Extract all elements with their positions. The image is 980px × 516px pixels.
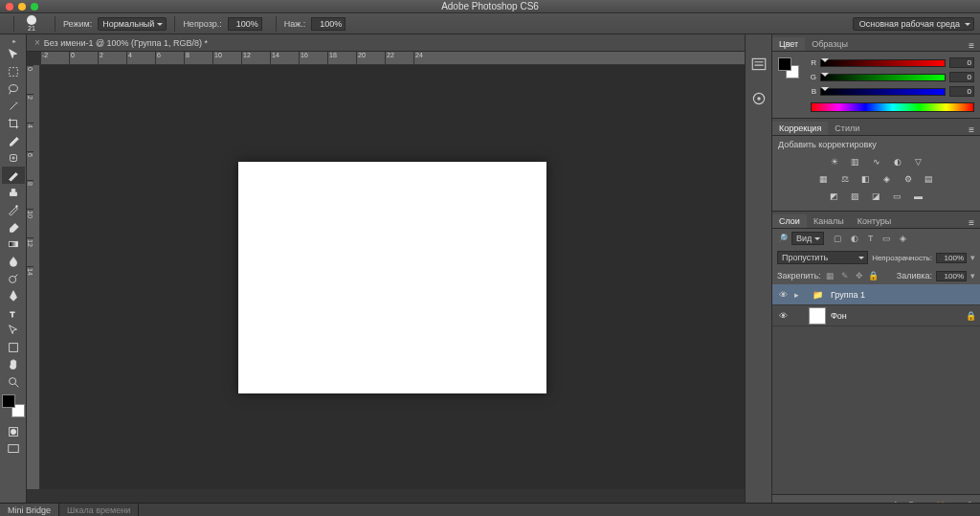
tab-color[interactable]: Цвет bbox=[772, 37, 805, 51]
tab-channels[interactable]: Каналы bbox=[807, 214, 851, 228]
brightness-icon[interactable]: ☀ bbox=[827, 155, 842, 168]
fill-dropdown-icon[interactable]: ▾ bbox=[970, 271, 975, 280]
filter-pixel-icon[interactable]: ▢ bbox=[832, 233, 844, 245]
crop-tool[interactable] bbox=[2, 115, 25, 132]
gradient-map-icon[interactable]: ▭ bbox=[890, 190, 905, 203]
canvas-viewport[interactable] bbox=[40, 65, 745, 489]
selective-color-icon[interactable]: ▬ bbox=[911, 190, 926, 203]
fill-value[interactable]: 100% bbox=[936, 271, 967, 281]
channel-mixer-icon[interactable]: ⚙ bbox=[901, 172, 916, 186]
b-slider[interactable] bbox=[820, 88, 946, 96]
color-swatches[interactable] bbox=[2, 394, 25, 417]
healing-tool[interactable] bbox=[2, 149, 25, 167]
blur-tool[interactable] bbox=[2, 253, 25, 270]
lock-all-icon[interactable]: 🔒 bbox=[868, 270, 880, 281]
filter-adjust-icon[interactable]: ◐ bbox=[848, 233, 860, 245]
eyedropper-tool[interactable] bbox=[2, 132, 25, 149]
panel-menu-icon[interactable]: ≡ bbox=[963, 217, 980, 228]
pen-tool[interactable] bbox=[2, 287, 25, 304]
shape-tool[interactable] bbox=[2, 339, 25, 356]
posterize-icon[interactable]: ▨ bbox=[848, 190, 863, 203]
stamp-tool[interactable] bbox=[2, 184, 25, 201]
exposure-icon[interactable]: ◐ bbox=[890, 155, 905, 168]
lookup-icon[interactable]: ▤ bbox=[922, 172, 937, 186]
curves-icon[interactable]: ∿ bbox=[869, 155, 884, 168]
close-tab-icon[interactable]: × bbox=[34, 37, 40, 48]
hue-icon[interactable]: ▦ bbox=[816, 172, 832, 186]
ruler-horizontal[interactable]: -2024681012141618202224 bbox=[40, 52, 745, 65]
workspace-switcher[interactable]: Основная рабочая среда bbox=[853, 17, 974, 31]
levels-icon[interactable]: ▥ bbox=[848, 155, 863, 168]
zoom-window[interactable] bbox=[31, 3, 38, 11]
filter-shape-icon[interactable]: ▭ bbox=[880, 233, 893, 245]
minimize-window[interactable] bbox=[18, 3, 26, 11]
tab-styles[interactable]: Стили bbox=[828, 122, 866, 135]
canvas[interactable] bbox=[238, 162, 546, 393]
visibility-toggle[interactable]: 👁 bbox=[776, 311, 790, 321]
threshold-icon[interactable]: ◪ bbox=[869, 190, 884, 203]
spectrum-ramp[interactable] bbox=[811, 102, 974, 112]
visibility-toggle[interactable]: 👁 bbox=[776, 290, 790, 300]
lock-icon[interactable]: 🔒 bbox=[966, 311, 976, 321]
history-panel-icon[interactable] bbox=[750, 56, 768, 73]
move-tool[interactable] bbox=[2, 46, 25, 63]
layer-name[interactable]: Фон bbox=[831, 311, 847, 321]
g-value[interactable]: 0 bbox=[949, 72, 974, 82]
screenmode-toggle[interactable] bbox=[2, 440, 25, 458]
tab-adjustments[interactable]: Коррекция bbox=[772, 122, 828, 135]
lock-pixels-icon[interactable]: ✎ bbox=[839, 270, 851, 281]
hand-tool[interactable] bbox=[2, 356, 25, 373]
wand-tool[interactable] bbox=[2, 98, 25, 115]
layer-name[interactable]: Группа 1 bbox=[831, 290, 865, 300]
panel-menu-icon[interactable]: ≡ bbox=[963, 40, 980, 51]
layer-row-background[interactable]: 👁 Фон 🔒 bbox=[772, 305, 980, 326]
gradient-tool[interactable] bbox=[2, 236, 25, 253]
flow-input[interactable]: 100% bbox=[311, 17, 345, 31]
document-tab[interactable]: × Без имени-1 @ 100% (Группа 1, RGB/8) * bbox=[27, 34, 215, 51]
lasso-tool[interactable] bbox=[2, 80, 25, 98]
filter-smart-icon[interactable]: ◈ bbox=[897, 233, 909, 245]
photo-filter-icon[interactable]: ◈ bbox=[880, 172, 895, 186]
tab-layers[interactable]: Слои bbox=[772, 214, 807, 228]
r-value[interactable]: 0 bbox=[949, 57, 974, 68]
filter-type-icon[interactable]: T bbox=[864, 233, 877, 245]
foreground-swatch[interactable] bbox=[2, 394, 15, 408]
vibrance-icon[interactable]: ▽ bbox=[911, 155, 926, 168]
tab-timeline[interactable]: Шкала времени bbox=[59, 504, 139, 516]
layer-row-group[interactable]: 👁 ▸ 📁 Группа 1 bbox=[772, 284, 980, 305]
r-slider[interactable] bbox=[820, 59, 946, 67]
invert-icon[interactable]: ◩ bbox=[827, 190, 842, 203]
eraser-tool[interactable] bbox=[2, 218, 25, 236]
layer-thumbnail[interactable] bbox=[809, 307, 826, 325]
blend-mode-dropdown[interactable]: Пропустить bbox=[777, 251, 868, 264]
lock-transparent-icon[interactable]: ▦ bbox=[825, 270, 836, 281]
path-select-tool[interactable] bbox=[2, 322, 25, 339]
tools-collapse-icon[interactable] bbox=[2, 36, 25, 44]
layer-opacity-value[interactable]: 100% bbox=[936, 253, 967, 263]
panel-color-swatches[interactable] bbox=[778, 57, 799, 79]
close-window[interactable] bbox=[6, 3, 13, 11]
opacity-dropdown-icon[interactable]: ▾ bbox=[970, 253, 975, 262]
bw-icon[interactable]: ◧ bbox=[858, 172, 874, 186]
b-value[interactable]: 0 bbox=[949, 86, 974, 97]
tab-swatches[interactable]: Образцы bbox=[805, 37, 855, 51]
layer-filter-kind[interactable]: Вид bbox=[791, 232, 824, 245]
history-brush-tool[interactable] bbox=[2, 201, 25, 218]
ruler-vertical[interactable]: 02468101214 bbox=[27, 65, 40, 489]
blend-mode-dropdown[interactable]: Нормальный bbox=[98, 17, 167, 31]
tab-mini-bridge[interactable]: Mini Bridge bbox=[0, 504, 59, 516]
balance-icon[interactable]: ⚖ bbox=[837, 172, 853, 186]
zoom-tool[interactable] bbox=[2, 373, 25, 391]
g-slider[interactable] bbox=[820, 74, 946, 81]
type-tool[interactable]: T bbox=[2, 304, 25, 322]
marquee-tool[interactable] bbox=[2, 63, 25, 80]
panel-menu-icon[interactable]: ≡ bbox=[963, 124, 980, 135]
brush-tool[interactable] bbox=[2, 167, 25, 184]
lock-position-icon[interactable]: ✥ bbox=[854, 270, 865, 281]
brush-preset-picker[interactable]: 21 bbox=[22, 14, 41, 34]
tab-paths[interactable]: Контуры bbox=[851, 214, 898, 228]
properties-panel-icon[interactable] bbox=[750, 90, 768, 107]
quickmask-toggle[interactable] bbox=[2, 423, 25, 440]
group-twisty-icon[interactable]: ▸ bbox=[794, 290, 804, 300]
dodge-tool[interactable] bbox=[2, 270, 25, 287]
